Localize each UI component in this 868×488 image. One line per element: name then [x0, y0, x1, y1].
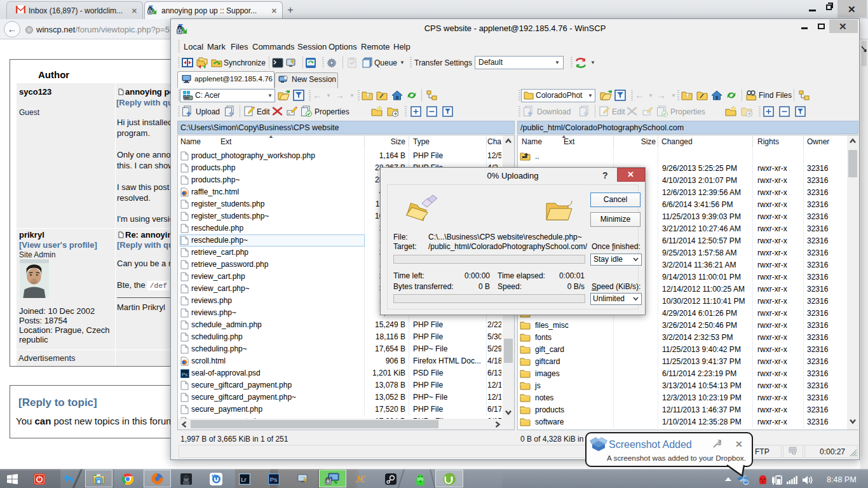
svg-text:x: x: [288, 111, 290, 115]
svg-text:Ps: Ps: [182, 372, 187, 377]
svg-text:Lr: Lr: [241, 476, 246, 483]
svg-text:Ps: Ps: [270, 476, 277, 483]
